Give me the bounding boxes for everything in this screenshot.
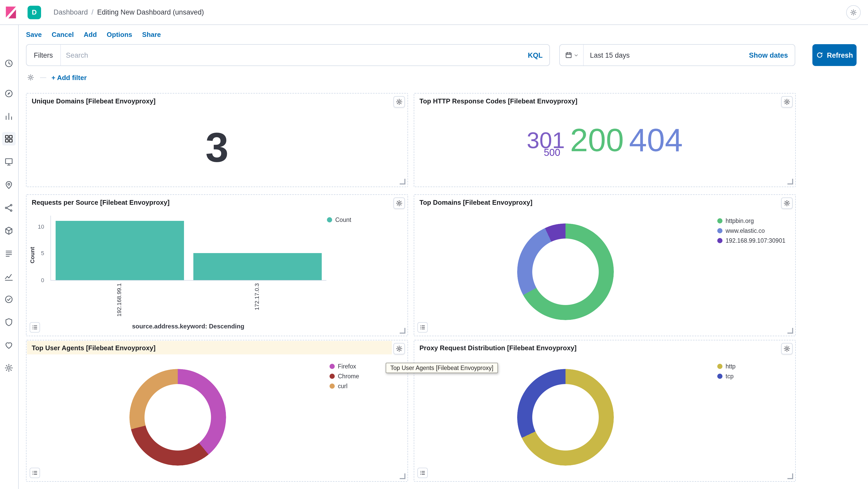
resize-handle[interactable]: [400, 474, 405, 479]
pie-chart-visualization: FirefoxChromecurl: [27, 355, 407, 481]
sidebar-item-recently-viewed[interactable]: [2, 57, 16, 70]
legend-label: http: [725, 363, 736, 369]
y-axis-ticks: 0510: [27, 216, 48, 280]
refresh-icon: [816, 52, 823, 59]
legend-toggle-button[interactable]: [417, 322, 428, 333]
legend-item-curl[interactable]: curl: [330, 383, 359, 389]
sidebar-item-apm[interactable]: [2, 270, 16, 284]
panel-title[interactable]: Top Domains [Filebeat Envoyproxy]: [420, 198, 532, 206]
logs-icon: [4, 249, 13, 258]
time-picker-button[interactable]: [560, 45, 584, 65]
filter-settings-gear-icon[interactable]: [26, 73, 35, 82]
panel-settings-button[interactable]: [781, 96, 793, 107]
panel-settings-button[interactable]: [394, 343, 405, 354]
panel-title[interactable]: Top User Agents [Filebeat Envoyproxy]: [32, 344, 155, 352]
list-icon: [32, 324, 38, 330]
sidebar-item-maps[interactable]: [2, 178, 16, 192]
panel-settings-button[interactable]: [781, 197, 793, 209]
tag-word-404[interactable]: 404: [629, 124, 683, 156]
donut-chart[interactable]: [129, 369, 226, 466]
search-input[interactable]: [61, 51, 528, 59]
sidebar-item-uptime[interactable]: [2, 293, 16, 306]
legend-item-www.elastic.co[interactable]: www.elastic.co: [717, 228, 785, 234]
tag-word-500[interactable]: 500: [544, 147, 560, 157]
legend-item-192.168.99.107:30901[interactable]: 192.168.99.107:30901: [717, 237, 785, 244]
sidebar-item-discover[interactable]: [2, 87, 16, 100]
panel-top-user-agents: Top User Agents [Filebeat Envoyproxy] Fi…: [26, 340, 408, 482]
panel-unique-domains: Unique Domains [Filebeat Envoyproxy] 3: [26, 93, 408, 187]
legend-item-Count[interactable]: Count: [327, 217, 351, 223]
resize-handle[interactable]: [400, 179, 405, 185]
panel-title[interactable]: Top HTTP Response Codes [Filebeat Envoyp…: [420, 97, 578, 105]
menu-add-link[interactable]: Add: [84, 30, 97, 38]
sidebar-item-canvas[interactable]: [2, 155, 16, 168]
legend-label: Firefox: [338, 363, 356, 369]
sidebar-item-machine-learning[interactable]: [2, 201, 16, 215]
legend-toggle-button[interactable]: [417, 468, 428, 478]
refresh-button[interactable]: Refresh: [812, 44, 857, 66]
legend-label: www.elastic.co: [725, 228, 765, 234]
sidebar-item-dashboard[interactable]: [2, 132, 16, 145]
gear-icon: [396, 345, 403, 352]
menu-save-link[interactable]: Save: [26, 30, 42, 38]
time-range-value[interactable]: Last 15 days: [584, 51, 630, 59]
resize-handle[interactable]: [787, 474, 793, 479]
chart-legend: Count: [327, 217, 351, 223]
legend-color-dot: [717, 218, 722, 224]
pie-chart-visualization: httptcp: [414, 355, 795, 481]
breadcrumb-dashboard[interactable]: Dashboard: [54, 8, 88, 16]
menu-share-link[interactable]: Share: [142, 30, 161, 38]
legend-item-tcp[interactable]: tcp: [717, 373, 736, 379]
sidebar-item-monitoring[interactable]: [2, 338, 16, 352]
sidebar-item-visualize[interactable]: [2, 110, 16, 123]
panel-title[interactable]: Proxy Request Distribution [Filebeat Env…: [420, 344, 577, 352]
show-dates-link[interactable]: Show dates: [749, 51, 795, 59]
legend-color-dot: [327, 217, 332, 222]
panel-settings-button[interactable]: [394, 96, 405, 107]
menu-cancel-link[interactable]: Cancel: [52, 30, 74, 38]
resize-handle[interactable]: [400, 328, 405, 334]
gear-icon: [396, 98, 403, 105]
resize-handle[interactable]: [787, 328, 793, 334]
donut-chart[interactable]: [517, 224, 614, 320]
kql-toggle[interactable]: KQL: [528, 51, 549, 59]
panel-top-domains: Top Domains [Filebeat Envoyproxy] httpbi…: [414, 194, 796, 336]
legend-toggle-button[interactable]: [30, 468, 40, 478]
panel-settings-button[interactable]: [394, 197, 405, 209]
sidebar-item-management[interactable]: [2, 361, 16, 375]
sidebar-item-infrastructure[interactable]: [2, 224, 16, 237]
bar-192.168.99.1[interactable]: [56, 221, 184, 280]
sidebar-item-logs[interactable]: [2, 247, 16, 260]
legend-item-Firefox[interactable]: Firefox: [330, 363, 359, 369]
legend-color-dot: [330, 364, 335, 369]
kibana-dashboard-app: D Dashboard / Editing New Dashboard (uns…: [0, 0, 868, 489]
tag-word-200[interactable]: 200: [570, 124, 624, 156]
legend-color-dot: [717, 364, 722, 369]
legend-item-http[interactable]: http: [717, 363, 736, 369]
visualize-icon: [4, 112, 13, 121]
add-filter-link[interactable]: + Add filter: [52, 73, 87, 81]
top-bar: D Dashboard / Editing New Dashboard (uns…: [0, 0, 868, 25]
bar-172.17.0.3[interactable]: [194, 253, 322, 280]
legend-item-httpbin.org[interactable]: httpbin.org: [717, 218, 785, 224]
calendar-icon: [565, 52, 572, 59]
panel-settings-button[interactable]: [781, 343, 793, 354]
resize-handle[interactable]: [787, 179, 793, 185]
filters-button[interactable]: Filters: [27, 45, 61, 65]
kibana-logo-icon[interactable]: [4, 5, 18, 19]
x-label-192.168.99.1: 192.168.99.1: [116, 283, 122, 317]
legend-item-Chrome[interactable]: Chrome: [330, 373, 359, 379]
gear-icon: [396, 200, 403, 207]
management-icon: [4, 363, 13, 372]
donut-chart[interactable]: [517, 369, 614, 466]
monitoring-icon: [4, 340, 13, 350]
panel-title[interactable]: Requests per Source [Filebeat Envoyproxy…: [32, 198, 170, 206]
y-tick-0: 0: [41, 277, 44, 283]
space-badge[interactable]: D: [28, 5, 41, 19]
sidebar-item-siem[interactable]: [2, 316, 16, 329]
menu-options-link[interactable]: Options: [107, 30, 132, 38]
header-settings-button[interactable]: [846, 5, 861, 20]
legend-toggle-button[interactable]: [30, 322, 40, 333]
panel-title[interactable]: Unique Domains [Filebeat Envoyproxy]: [32, 97, 155, 105]
bar-plot-area: [51, 216, 327, 281]
